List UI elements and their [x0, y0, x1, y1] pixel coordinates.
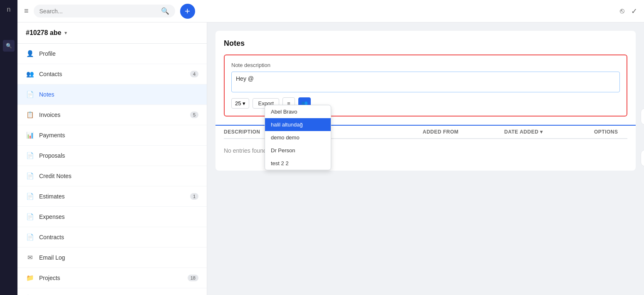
sidebar-item-payments[interactable]: 📊 Payments [17, 125, 207, 146]
date-sort-icon[interactable]: ▾ [540, 129, 543, 135]
note-input-area[interactable]: Hey @ [231, 72, 620, 92]
col-added-from: Added From [423, 129, 498, 135]
invoices-label: Invoices [39, 112, 185, 118]
check-icon[interactable]: ✓ [631, 7, 637, 16]
note-desc-label: Note description [231, 62, 620, 68]
mention-item-3[interactable]: Dr Person [265, 144, 331, 157]
sidebar-item-invoices[interactable]: 📋 Invoices 5 [17, 105, 207, 125]
estimates-label: Estimates [39, 193, 185, 200]
sidebar-item-contracts[interactable]: 📄 Contracts [17, 227, 207, 248]
payments-label: Payments [39, 132, 198, 139]
sidebar-item-projects[interactable]: 📁 Projects 18 [17, 268, 207, 288]
per-page-chevron: ▾ [243, 100, 245, 107]
contacts-icon: 👥 [26, 70, 34, 78]
mention-item-0[interactable]: Abel Bravo [265, 105, 331, 118]
mention-item-2[interactable]: demo demo [265, 131, 331, 144]
sidebar-item-estimates[interactable]: 📄 Estimates 1 [17, 186, 207, 207]
sidebar-item-notes[interactable]: 📄 Notes [17, 84, 207, 105]
projects-label: Projects [39, 275, 183, 281]
client-title: #10278 abe [26, 29, 61, 37]
credit-notes-icon: 📄 [26, 172, 34, 180]
projects-badge: 18 [188, 275, 198, 281]
email-log-label: Email Log [39, 254, 198, 261]
sidebar-item-proposals[interactable]: 📄 Proposals [17, 146, 207, 166]
menu-icon[interactable]: ≡ [24, 7, 29, 15]
contracts-icon: 📄 [26, 233, 34, 241]
client-chevron-icon[interactable]: ▾ [64, 30, 67, 36]
mention-item-1[interactable]: halil altundağ [265, 118, 331, 131]
dark-sidebar: n 🔍 [0, 0, 17, 295]
notes-section: Notes Note description Hey @ Abel Bravoh… [215, 31, 636, 171]
notes-title: Notes [224, 39, 627, 48]
search-container: 🔍 [34, 5, 175, 17]
email-log-icon: ✉ [26, 253, 34, 262]
notes-icon: 📄 [26, 90, 34, 99]
mention-item-4[interactable]: test 2 2 [265, 157, 331, 170]
invoices-badge: 5 [190, 112, 198, 118]
expenses-icon: 📄 [26, 213, 34, 221]
notes-label: Notes [39, 91, 198, 98]
search-input[interactable] [40, 8, 158, 15]
client-header: #10278 abe ▾ [17, 22, 207, 44]
per-page-select[interactable]: 25 ▾ [231, 98, 249, 109]
topbar-right: ⎋ ✓ [620, 7, 637, 16]
per-page-value: 25 [235, 100, 241, 107]
share-icon[interactable]: ⎋ [620, 7, 624, 15]
proposals-icon: 📄 [26, 151, 34, 160]
note-form-container: Note description Hey @ Abel Bravohalil a… [224, 55, 627, 117]
contacts-badge: 4 [190, 71, 198, 77]
content-layout: #10278 abe ▾ 👤 Profile 👥 Contacts 4 📄 No… [17, 22, 644, 295]
topbar: ≡ 🔍 + ⎋ ✓ [17, 0, 644, 22]
add-button[interactable]: + [180, 4, 195, 19]
profile-icon: 👤 [26, 50, 34, 58]
invoices-icon: 📋 [26, 111, 34, 119]
col-date-added: Date Added ▾ [504, 129, 587, 135]
sidebar-item-files[interactable]: 📎 Files [17, 288, 207, 295]
estimates-badge: 1 [190, 193, 198, 200]
search-icon[interactable]: 🔍 [161, 7, 169, 15]
sidebar-item-expenses[interactable]: 📄 Expenses [17, 207, 207, 227]
sidebar-item-contacts[interactable]: 👥 Contacts 4 [17, 64, 207, 84]
contacts-label: Contacts [39, 71, 185, 77]
main-area: Notes Note description Hey @ Abel Bravoh… [207, 22, 644, 295]
contracts-label: Contracts [39, 234, 198, 240]
left-nav: #10278 abe ▾ 👤 Profile 👥 Contacts 4 📄 No… [17, 22, 207, 295]
sidebar-item-profile[interactable]: 👤 Profile [17, 44, 207, 64]
mention-dropdown: Abel Bravohalil altundağdemo demoDr Pers… [265, 105, 331, 170]
sidebar-item-email-log[interactable]: ✉ Email Log [17, 248, 207, 268]
col-options: Options [594, 129, 627, 135]
sidebar-search-icon[interactable]: 🔍 [3, 40, 15, 52]
estimates-icon: 📄 [26, 192, 34, 201]
projects-icon: 📁 [26, 274, 34, 282]
payments-icon: 📊 [26, 131, 34, 139]
sidebar-item-credit-notes[interactable]: 📄 Credit Notes [17, 166, 207, 186]
main-wrapper: ≡ 🔍 + ⎋ ✓ #10278 abe ▾ 👤 Profile 👥 Conta… [17, 0, 644, 295]
sidebar-top-icon[interactable]: n [2, 3, 15, 16]
profile-label: Profile [39, 50, 198, 57]
proposals-label: Proposals [39, 152, 198, 159]
credit-notes-label: Credit Notes [39, 173, 198, 179]
nav-items-container: 👤 Profile 👥 Contacts 4 📄 Notes 📋 Invoice… [17, 44, 207, 295]
expenses-label: Expenses [39, 213, 198, 220]
